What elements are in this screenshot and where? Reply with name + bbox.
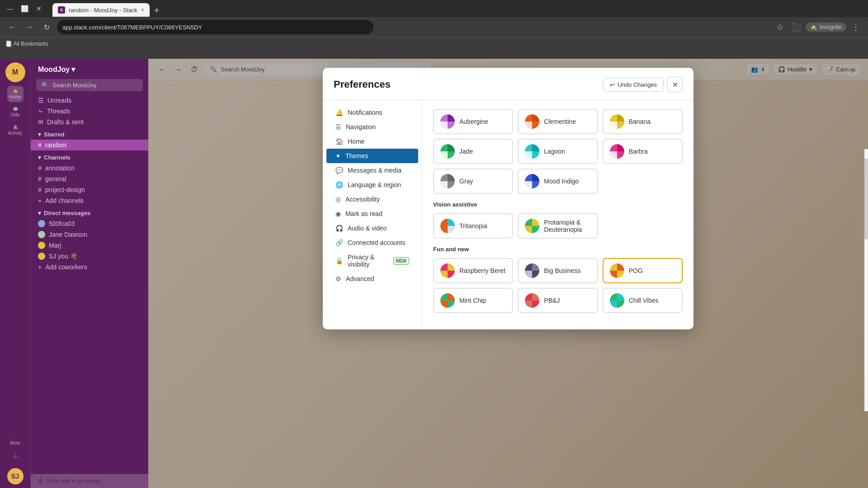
window-controls[interactable]: — ⬜ ✕ bbox=[4, 2, 45, 15]
pref-nav-mark-as-read[interactable]: ◉ Mark as read bbox=[326, 206, 418, 221]
sidebar-item-drafts[interactable]: ✉ Drafts & sent bbox=[31, 117, 148, 127]
address-bar[interactable]: app.slack.com/client/T067MEBPPUY/C066YES… bbox=[57, 20, 373, 34]
theme-card-raspberry-beret[interactable]: Raspberry Beret bbox=[433, 258, 513, 283]
undo-changes-btn[interactable]: ↩ Undo Changes bbox=[603, 78, 664, 92]
theme-name-lagoon: Lagoon bbox=[544, 148, 565, 155]
theme-card-pog[interactable]: POG bbox=[603, 258, 683, 283]
menu-btn[interactable]: ⋮ bbox=[849, 20, 863, 34]
new-tab-btn[interactable]: + bbox=[151, 5, 163, 17]
theme-card-protanopia[interactable]: Protanopia & Deuteranopia bbox=[518, 213, 598, 239]
reload-btn[interactable]: ↻ bbox=[40, 20, 53, 34]
pref-nav-language[interactable]: 🌐 Language & region bbox=[326, 178, 418, 192]
language-label: Language & region bbox=[348, 181, 401, 188]
theme-name-chill-vibes: Chill Vibes bbox=[629, 297, 659, 304]
audio-label: Audio & video bbox=[348, 225, 387, 232]
modal-header-actions: ↩ Undo Changes ✕ bbox=[603, 77, 683, 92]
drafts-icon: ✉ bbox=[38, 118, 43, 126]
close-window-btn[interactable]: ✕ bbox=[33, 2, 45, 15]
notifications-icon: 🔔 bbox=[335, 109, 343, 116]
sidebar-item-add-coworkers[interactable]: + Add coworkers bbox=[31, 262, 148, 272]
forward-btn[interactable]: → bbox=[23, 20, 36, 34]
pref-nav-themes[interactable]: ✦ Themes bbox=[326, 149, 418, 163]
home-icon: 🏠 bbox=[335, 138, 343, 145]
workspace-name[interactable]: MoodJoy ▾ bbox=[38, 65, 75, 74]
sidebar-dm-sj[interactable]: SJ you 🌴 bbox=[31, 251, 148, 262]
sidebar-item-project-design[interactable]: # project-design bbox=[31, 184, 148, 195]
sidebar-dm-500fca03[interactable]: 500fca03 bbox=[31, 218, 148, 229]
pref-nav-advanced[interactable]: ⚙ Advanced bbox=[326, 272, 418, 286]
theme-icon-jade bbox=[440, 144, 455, 159]
theme-card-pbj[interactable]: PB&J bbox=[518, 288, 598, 313]
navigation-icon: ☰ bbox=[335, 123, 341, 131]
close-modal-btn[interactable]: ✕ bbox=[667, 77, 683, 92]
sidebar-dm-jane[interactable]: Jane Dawson bbox=[31, 229, 148, 240]
nav-home-btn[interactable]: 🏠 Home bbox=[7, 86, 24, 102]
theme-card-chill-vibes[interactable]: Chill Vibes bbox=[603, 288, 683, 313]
incognito-badge: 🕵 Incognito bbox=[806, 23, 846, 32]
main-content: ← → ⏱ 🔍 Search MoodJoy 👥 4 🎧 Huddle ▾ 📝 bbox=[148, 59, 868, 488]
nav-add-btn[interactable]: ➕ bbox=[7, 448, 24, 465]
theme-name-jade: Jade bbox=[459, 148, 473, 155]
themes-label: Themes bbox=[345, 152, 368, 160]
sidebar-search[interactable]: 🔍 Search MoodJoy bbox=[36, 79, 143, 91]
home-label: Home bbox=[348, 138, 364, 145]
mark-read-label: Mark as read bbox=[345, 210, 382, 217]
slack-app: M 🏠 Home 💬 DMs 🔔 Activity ··· More ➕ SJ bbox=[0, 59, 868, 488]
browser-tab[interactable]: S random - MoodJoy - Slack × bbox=[52, 3, 150, 17]
theme-card-lagoon[interactable]: Lagoon bbox=[518, 139, 598, 164]
back-btn[interactable]: ← bbox=[5, 20, 19, 34]
nav-dms-btn[interactable]: 💬 DMs bbox=[7, 104, 24, 120]
pref-nav-navigation[interactable]: ☰ Navigation bbox=[326, 120, 418, 134]
theme-card-mint-chip[interactable]: Mint Chip bbox=[433, 288, 513, 313]
theme-card-mood-indigo[interactable]: Mood Indigo bbox=[518, 169, 598, 194]
theme-card-clementine[interactable]: Clementine bbox=[518, 109, 598, 134]
channel-general: general bbox=[45, 175, 66, 183]
maximize-btn[interactable]: ⬜ bbox=[18, 2, 31, 15]
theme-card-banana[interactable]: Banana bbox=[603, 109, 683, 134]
navigation-label: Navigation bbox=[346, 123, 376, 131]
theme-card-gray[interactable]: Gray bbox=[433, 169, 513, 194]
theme-card-aubergine[interactable]: Aubergine bbox=[433, 109, 513, 134]
sidebar-item-random[interactable]: # random bbox=[31, 140, 148, 150]
fun-new-label: Fun and new bbox=[433, 246, 683, 253]
theme-card-tritanopia[interactable]: Tritanopia bbox=[433, 213, 513, 239]
theme-icon-raspberry-beret bbox=[440, 263, 455, 278]
sidebar-dm-marj[interactable]: Marj bbox=[31, 240, 148, 251]
nav-more-btn[interactable]: ··· More bbox=[7, 432, 24, 448]
theme-card-barbra[interactable]: Barbra bbox=[603, 139, 683, 164]
pref-nav-home[interactable]: 🏠 Home bbox=[326, 134, 418, 149]
add-coworkers-icon: + bbox=[38, 263, 42, 271]
threads-label: Threads bbox=[47, 108, 70, 115]
hash-icon-project: # bbox=[38, 186, 42, 193]
sidebar-item-unreads[interactable]: ☰ Unreads bbox=[31, 95, 148, 106]
modal-overlay: Preferences ↩ Undo Changes ✕ bbox=[148, 59, 868, 488]
pref-nav-privacy[interactable]: 🔒 Privacy & visibility NEW bbox=[326, 250, 418, 272]
pref-nav-notifications[interactable]: 🔔 Notifications bbox=[326, 105, 418, 120]
theme-card-jade[interactable]: Jade bbox=[433, 139, 513, 164]
sidebar-item-general[interactable]: # general bbox=[31, 174, 148, 184]
workspace-avatar[interactable]: M bbox=[5, 62, 25, 82]
messages-label: Messages & media bbox=[348, 167, 401, 174]
extensions-btn[interactable]: ⬛ bbox=[789, 20, 803, 34]
sidebar-item-threads[interactable]: ⤷ Threads bbox=[31, 106, 148, 117]
tab-title: random - MoodJoy - Slack bbox=[69, 7, 137, 14]
tab-close-btn[interactable]: × bbox=[141, 7, 144, 13]
theme-icon-clementine bbox=[525, 114, 539, 129]
theme-card-big-business[interactable]: Big Business bbox=[518, 258, 598, 283]
pref-nav-audio-video[interactable]: 🎧 Audio & video bbox=[326, 221, 418, 235]
vision-assistive-label: Vision assistive bbox=[433, 201, 683, 208]
advanced-label: Advanced bbox=[346, 275, 374, 282]
minimize-btn[interactable]: — bbox=[4, 2, 16, 15]
theme-icon-aubergine bbox=[440, 114, 455, 129]
free-trial-bar[interactable]: ⚙ Free trial in progress bbox=[31, 474, 148, 488]
pref-nav-accessibility[interactable]: ◎ Accessibility bbox=[326, 192, 418, 206]
pref-nav-connected[interactable]: 🔗 Connected accounts bbox=[326, 235, 418, 250]
nav-activity-btn[interactable]: 🔔 Activity bbox=[7, 122, 24, 138]
title-bar: — ⬜ ✕ S random - MoodJoy - Slack × + bbox=[0, 0, 868, 17]
sidebar-item-add-channel[interactable]: + Add channels bbox=[31, 195, 148, 206]
pref-nav-messages[interactable]: 💬 Messages & media bbox=[326, 163, 418, 178]
browser-chrome: — ⬜ ✕ S random - MoodJoy - Slack × + ← →… bbox=[0, 0, 868, 59]
sidebar-item-annotation[interactable]: # annotation bbox=[31, 163, 148, 174]
bookmark-btn[interactable]: ☆ bbox=[773, 20, 787, 34]
user-avatar[interactable]: SJ bbox=[7, 468, 24, 484]
